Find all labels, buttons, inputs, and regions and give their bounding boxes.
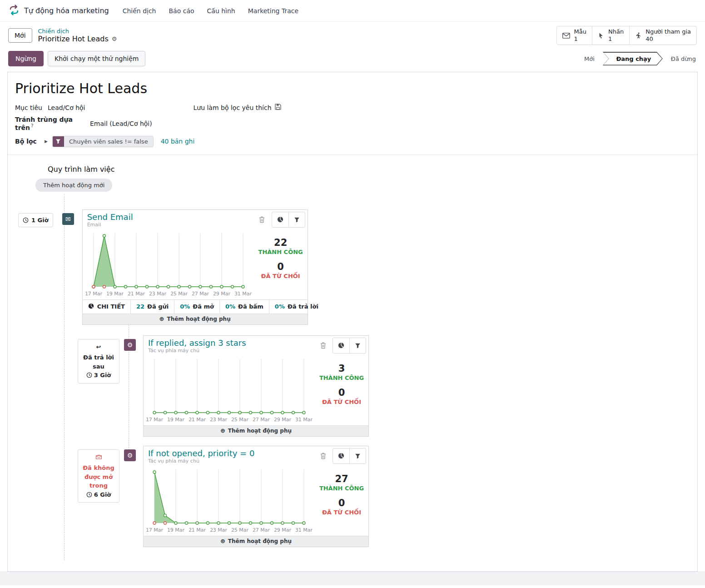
delete-activity-button[interactable] bbox=[254, 212, 270, 228]
pie-chart-icon[interactable] bbox=[272, 212, 288, 227]
success-count[interactable]: 3 bbox=[318, 363, 366, 374]
workflow-heading: Quy trình làm việc bbox=[48, 165, 114, 174]
kpi-sent[interactable]: 22 Đã gửi bbox=[131, 300, 174, 314]
menu-item-reporting[interactable]: Báo cáo bbox=[169, 5, 194, 16]
trigger-badge[interactable]: 1 Giờ bbox=[18, 213, 53, 227]
delete-activity-button[interactable] bbox=[315, 338, 331, 354]
rejected-count[interactable]: 0 bbox=[257, 261, 305, 273]
kpi-replied[interactable]: 0% Đã trả lời bbox=[269, 300, 324, 314]
svg-text:21 Mar: 21 Mar bbox=[189, 417, 206, 423]
activity-row-if-replied: ↩ Đã trả lời sau 3 Giờ ⚙ If replied, a bbox=[78, 335, 369, 437]
svg-text:19 Mar: 19 Mar bbox=[167, 417, 185, 423]
card-toolbar bbox=[333, 338, 366, 354]
svg-text:21 Mar: 21 Mar bbox=[189, 527, 206, 533]
activity-title[interactable]: Send Email bbox=[87, 213, 133, 222]
unicity-value[interactable]: Email (Lead/Cơ hội) bbox=[90, 120, 152, 127]
save-filter-label: Lưu làm bộ lọc yêu thích bbox=[193, 104, 271, 111]
pie-chart-icon[interactable] bbox=[333, 338, 349, 353]
svg-text:21 Mar: 21 Mar bbox=[128, 291, 145, 297]
stat-value: 40 bbox=[645, 35, 691, 43]
help-icon[interactable]: ? bbox=[31, 123, 34, 128]
rejected-count[interactable]: 0 bbox=[318, 387, 366, 399]
main-menu: Chiến dịch Báo cáo Cấu hình Marketing Tr… bbox=[123, 5, 298, 16]
activity-title[interactable]: If replied, assign 3 stars bbox=[148, 339, 246, 348]
trigger-badge[interactable]: ↩ Đã trả lời sau 3 Giờ bbox=[78, 339, 119, 384]
action-gear-icon[interactable]: ⚙ bbox=[112, 35, 117, 42]
success-count[interactable]: 27 bbox=[318, 473, 366, 485]
add-activity-button[interactable]: Thêm hoạt động mới bbox=[35, 179, 112, 192]
add-child-activity-button[interactable]: ⊕ Thêm hoạt động phụ bbox=[83, 314, 308, 324]
stat-button-participants[interactable]: Người tham gia 40 bbox=[629, 26, 697, 45]
top-navbar: Tự động hóa marketing Chiến dịch Báo cáo… bbox=[0, 0, 705, 22]
target-value[interactable]: Lead/Cơ hội bbox=[48, 104, 85, 111]
activity-card: Send Email Email bbox=[82, 209, 308, 325]
kpi-label: Đã mở bbox=[193, 303, 214, 310]
save-favorite-filter-button[interactable]: Lưu làm bộ lọc yêu thích bbox=[193, 104, 281, 111]
svg-text:29 Mar: 29 Mar bbox=[274, 417, 292, 423]
caret-right-icon[interactable]: ▶ bbox=[45, 139, 48, 144]
record-count-link[interactable]: 40 bản ghi bbox=[161, 138, 195, 145]
stop-button[interactable]: Ngừng bbox=[8, 51, 44, 66]
card-toolbar bbox=[333, 448, 366, 464]
filter-condition-chip[interactable]: Chuyên viên sales != false bbox=[52, 136, 154, 147]
card-toolbar bbox=[272, 212, 305, 228]
app-brand[interactable]: Tự động hóa marketing bbox=[8, 5, 109, 17]
kpi-value: 22 bbox=[136, 303, 144, 310]
filter-icon bbox=[53, 136, 64, 147]
svg-text:17 Mar: 17 Mar bbox=[146, 417, 164, 423]
menu-item-campaigns[interactable]: Chiến dịch bbox=[123, 5, 156, 16]
stage-new[interactable]: Mới bbox=[583, 54, 596, 64]
svg-text:27 Mar: 27 Mar bbox=[253, 417, 270, 423]
campaign-title[interactable]: Prioritize Hot Leads bbox=[15, 80, 690, 96]
participant-icon bbox=[635, 32, 641, 39]
clock-icon bbox=[86, 372, 92, 378]
stage-indicator: Mới Đang chạy Đã dừng bbox=[583, 52, 697, 65]
stat-label: Nhấn bbox=[608, 28, 624, 35]
add-child-activity-button[interactable]: ⊕ Thêm hoạt động phụ bbox=[144, 425, 368, 436]
svg-text:23 Mar: 23 Mar bbox=[210, 527, 228, 533]
launch-test-button[interactable]: Khởi chạy một thử nghiệm bbox=[48, 51, 145, 66]
trigger-prefix: Đã trả lời sau bbox=[82, 353, 115, 371]
rejected-count[interactable]: 0 bbox=[318, 497, 366, 509]
activity-title[interactable]: If not opened, priority = 0 bbox=[148, 449, 254, 458]
stat-button-clicks[interactable]: Nhấn 1 bbox=[592, 26, 630, 45]
stat-button-templates[interactable]: Mẫu 1 bbox=[556, 26, 592, 45]
svg-text:25 Mar: 25 Mar bbox=[231, 527, 249, 533]
activity-chart: 17 Mar19 Mar21 Mar23 Mar25 Mar27 Mar29 M… bbox=[144, 467, 315, 536]
activity-chart: 17 Mar19 Mar21 Mar23 Mar25 Mar27 Mar29 M… bbox=[83, 230, 254, 299]
stat-value: 1 bbox=[574, 35, 586, 43]
pie-chart-icon[interactable] bbox=[333, 448, 349, 463]
add-child-label: Thêm hoạt động phụ bbox=[228, 538, 292, 544]
stage-running-active[interactable]: Đang chạy bbox=[603, 52, 663, 65]
kpi-clicked[interactable]: 0% Đã bấm bbox=[220, 300, 269, 314]
plus-circle-icon: ⊕ bbox=[220, 428, 225, 434]
details-button[interactable]: CHI TIẾT bbox=[83, 300, 131, 314]
svg-text:17 Mar: 17 Mar bbox=[85, 291, 103, 297]
menu-item-configuration[interactable]: Cấu hình bbox=[207, 5, 235, 16]
activity-chart-svg: 17 Mar19 Mar21 Mar23 Mar25 Mar27 Mar29 M… bbox=[144, 356, 315, 425]
svg-text:23 Mar: 23 Mar bbox=[210, 417, 228, 423]
kpi-opened[interactable]: 0% Đã mở bbox=[174, 300, 220, 314]
trigger-badge[interactable]: Đã không được mở trong 6 Giờ bbox=[78, 449, 119, 503]
filter-icon[interactable] bbox=[349, 338, 366, 353]
success-label: THÀNH CÔNG bbox=[318, 485, 366, 493]
new-button[interactable]: Mới bbox=[8, 28, 32, 43]
filter-icon[interactable] bbox=[288, 212, 305, 227]
success-count[interactable]: 22 bbox=[257, 237, 305, 249]
rejected-label: ĐÃ TỪ CHỐI bbox=[318, 509, 366, 517]
filter-icon[interactable] bbox=[349, 448, 366, 463]
stat-label: Người tham gia bbox=[645, 28, 691, 35]
kpi-label: Đã trả lời bbox=[288, 303, 318, 310]
activity-chart-svg: 17 Mar19 Mar21 Mar23 Mar25 Mar27 Mar29 M… bbox=[144, 467, 315, 536]
activity-card: If replied, assign 3 stars Tác vụ phía m… bbox=[143, 335, 369, 437]
menu-item-marketing-trace[interactable]: Marketing Trace bbox=[248, 5, 298, 16]
add-child-activity-button[interactable]: ⊕ Thêm hoạt động phụ bbox=[144, 536, 368, 547]
delete-activity-button[interactable] bbox=[315, 448, 331, 464]
activity-subtitle: Email bbox=[87, 222, 133, 228]
pie-chart-icon bbox=[88, 303, 94, 310]
kpi-value: 0% bbox=[225, 303, 235, 310]
email-kpi-row: CHI TIẾT 22 Đã gửi 0% Đã mở 0% Đã bấm bbox=[83, 299, 308, 314]
stage-stopped[interactable]: Đã dừng bbox=[670, 54, 697, 64]
breadcrumb-parent-link[interactable]: Chiến dịch bbox=[38, 28, 117, 35]
trigger-delay: 3 Giờ bbox=[94, 371, 111, 380]
